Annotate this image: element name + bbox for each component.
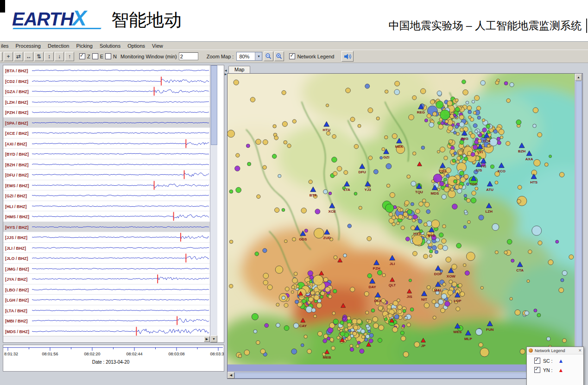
event-marker[interactable] xyxy=(443,283,446,286)
event-marker[interactable] xyxy=(559,172,564,177)
event-marker[interactable] xyxy=(547,337,550,341)
event-marker[interactable] xyxy=(373,323,379,328)
event-marker[interactable] xyxy=(392,222,396,226)
event-marker[interactable] xyxy=(506,141,510,145)
event-marker[interactable] xyxy=(287,144,291,148)
event-marker[interactable] xyxy=(455,125,459,128)
event-marker[interactable] xyxy=(236,153,240,157)
menu-item-options[interactable]: Options xyxy=(125,43,147,49)
event-marker[interactable] xyxy=(326,104,329,107)
event-marker[interactable] xyxy=(495,181,498,184)
event-marker[interactable] xyxy=(495,81,499,85)
map-vscroll-thumb[interactable] xyxy=(575,81,582,354)
event-marker[interactable] xyxy=(499,129,504,135)
event-marker[interactable] xyxy=(487,144,490,147)
event-marker[interactable] xyxy=(533,124,537,128)
event-marker[interactable] xyxy=(516,120,521,125)
event-marker[interactable] xyxy=(361,329,365,333)
event-marker[interactable] xyxy=(373,170,378,174)
event-marker[interactable] xyxy=(307,281,310,284)
monitoring-window-input[interactable] xyxy=(179,52,198,60)
event-marker[interactable] xyxy=(401,226,405,230)
event-marker[interactable] xyxy=(285,287,289,291)
vscroll-thumb[interactable] xyxy=(211,65,217,145)
event-marker[interactable] xyxy=(282,208,285,212)
event-marker[interactable] xyxy=(504,82,508,85)
event-marker[interactable] xyxy=(344,170,348,175)
menu-item-detection[interactable]: Detection xyxy=(45,43,71,49)
event-marker[interactable] xyxy=(273,125,277,128)
event-marker[interactable] xyxy=(369,339,373,343)
event-marker[interactable] xyxy=(437,151,440,153)
event-marker[interactable] xyxy=(357,319,362,324)
event-marker[interactable] xyxy=(238,354,241,358)
event-marker[interactable] xyxy=(556,240,559,243)
event-marker[interactable] xyxy=(537,133,542,137)
event-marker[interactable] xyxy=(323,339,327,343)
event-marker[interactable] xyxy=(480,348,489,357)
event-marker[interactable] xyxy=(438,244,443,249)
event-marker[interactable] xyxy=(398,305,402,309)
event-marker[interactable] xyxy=(422,199,426,202)
menu-item-picking[interactable]: Picking xyxy=(74,43,95,49)
event-marker[interactable] xyxy=(340,332,345,336)
event-marker[interactable] xyxy=(432,246,436,250)
event-marker[interactable] xyxy=(424,254,428,259)
event-marker[interactable] xyxy=(332,312,335,315)
event-marker[interactable] xyxy=(473,145,477,149)
event-marker[interactable] xyxy=(229,189,233,193)
event-marker[interactable] xyxy=(284,326,289,331)
event-marker[interactable] xyxy=(534,309,537,312)
event-marker[interactable] xyxy=(456,307,460,311)
menu-item-iles[interactable]: iles xyxy=(0,43,11,49)
event-marker[interactable] xyxy=(463,264,466,267)
event-marker[interactable] xyxy=(534,159,541,166)
event-marker[interactable] xyxy=(263,273,269,278)
event-marker[interactable] xyxy=(479,343,483,347)
event-marker[interactable] xyxy=(358,124,361,127)
amplitude-down-button[interactable]: ↕ xyxy=(44,52,54,61)
event-marker[interactable] xyxy=(384,318,387,321)
event-marker[interactable] xyxy=(228,130,234,138)
event-marker[interactable] xyxy=(442,239,446,243)
event-marker[interactable] xyxy=(412,152,416,156)
event-marker[interactable] xyxy=(392,216,396,220)
map-hscroll-left-button[interactable]: ◀ xyxy=(228,372,234,379)
event-marker[interactable] xyxy=(446,257,451,263)
event-marker[interactable] xyxy=(403,352,409,357)
event-marker[interactable] xyxy=(256,341,260,344)
event-marker[interactable] xyxy=(292,237,296,241)
event-marker[interactable] xyxy=(472,100,474,103)
event-marker[interactable] xyxy=(257,195,260,198)
event-marker[interactable] xyxy=(316,291,319,295)
event-marker[interactable] xyxy=(296,285,299,288)
event-marker[interactable] xyxy=(246,144,250,148)
event-marker[interactable] xyxy=(459,185,462,189)
event-marker[interactable] xyxy=(247,162,251,166)
scroll-up-button[interactable]: ↑ xyxy=(65,52,74,61)
zoom-map-select[interactable]: 80% ▼ xyxy=(236,52,262,61)
event-marker[interactable] xyxy=(458,151,462,155)
event-marker[interactable] xyxy=(284,240,287,243)
event-marker[interactable] xyxy=(284,140,287,144)
event-marker[interactable] xyxy=(272,154,277,159)
clipped-toolbar-button[interactable] xyxy=(0,52,3,61)
event-marker[interactable] xyxy=(302,299,306,303)
event-marker[interactable] xyxy=(437,188,440,191)
waveform-row-hli[interactable]: [HLI / BHZ] xyxy=(3,201,210,212)
event-marker[interactable] xyxy=(235,166,240,171)
vscroll-down-button[interactable]: ▼ xyxy=(210,335,217,342)
event-marker[interactable] xyxy=(489,138,497,146)
event-marker[interactable] xyxy=(368,108,373,113)
map-hscroll-thumb[interactable] xyxy=(234,372,561,379)
event-marker[interactable] xyxy=(444,156,448,160)
event-marker[interactable] xyxy=(301,344,304,347)
event-marker[interactable] xyxy=(411,202,414,206)
event-marker[interactable] xyxy=(301,208,307,214)
event-marker[interactable] xyxy=(445,120,448,123)
waveform-row-pzh[interactable]: [PZH / BHZ] xyxy=(3,107,210,118)
event-marker[interactable] xyxy=(408,215,412,219)
event-marker[interactable] xyxy=(520,349,525,354)
waveform-row-hys[interactable]: [HYS / BHZ] xyxy=(3,222,210,233)
waveform-row-lzh[interactable]: [LZH / BHZ] xyxy=(3,97,210,107)
